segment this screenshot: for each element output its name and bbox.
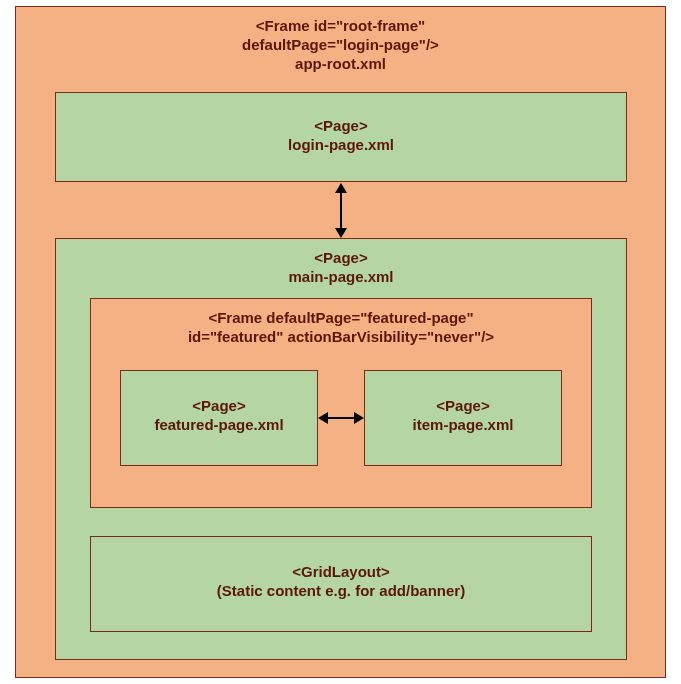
login-page-l1: <Page> [314, 117, 367, 134]
featured-frame-label: <Frame defaultPage="featured-page" id="f… [91, 309, 591, 347]
login-page-l2: login-page.xml [288, 136, 394, 153]
item-page-l2: item-page.xml [413, 416, 514, 433]
root-frame-label-l2: defaultPage="login-page"/> [242, 36, 439, 53]
featured-frame-l1: <Frame defaultPage="featured-page" [208, 309, 473, 326]
root-frame-label-l1: <Frame id="root-frame" [256, 17, 425, 34]
root-frame-label: <Frame id="root-frame" defaultPage="logi… [16, 17, 665, 73]
item-page-label: <Page> item-page.xml [365, 397, 561, 435]
main-page-l2: main-page.xml [288, 268, 393, 285]
nav-arrow-vertical [340, 190, 342, 230]
nav-arrow-right-head [354, 412, 364, 424]
featured-page-l1: <Page> [192, 397, 245, 414]
gridlayout-l1: <GridLayout> [292, 563, 390, 580]
nav-arrow-up-head [335, 183, 347, 193]
gridlayout-box: <GridLayout> (Static content e.g. for ad… [90, 536, 592, 632]
featured-page-label: <Page> featured-page.xml [121, 397, 317, 435]
nav-arrow-down-head [335, 228, 347, 238]
featured-page-l2: featured-page.xml [154, 416, 283, 433]
main-page-l1: <Page> [314, 249, 367, 266]
login-page-box: <Page> login-page.xml [55, 92, 627, 182]
login-page-label: <Page> login-page.xml [56, 117, 626, 155]
nav-arrow-horizontal [326, 417, 356, 419]
featured-frame-l2: id="featured" actionBarVisibility="never… [188, 328, 494, 345]
item-page-box: <Page> item-page.xml [364, 370, 562, 466]
gridlayout-l2: (Static content e.g. for add/banner) [217, 582, 465, 599]
root-frame-label-l3: app-root.xml [295, 55, 386, 72]
item-page-l1: <Page> [436, 397, 489, 414]
gridlayout-label: <GridLayout> (Static content e.g. for ad… [91, 563, 591, 601]
main-page-label: <Page> main-page.xml [56, 249, 626, 287]
nav-arrow-left-head [318, 412, 328, 424]
featured-page-box: <Page> featured-page.xml [120, 370, 318, 466]
